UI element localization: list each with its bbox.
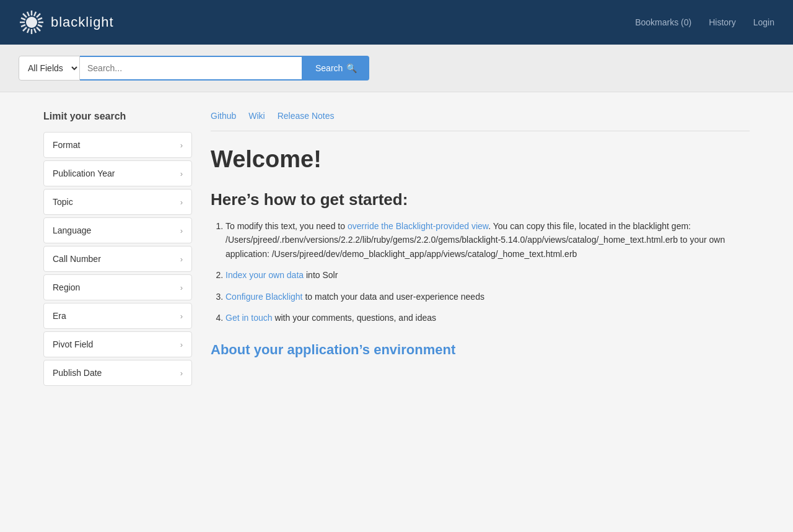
instructions-list: To modify this text, you need to overrid… bbox=[211, 219, 750, 325]
svg-line-15 bbox=[34, 12, 36, 16]
welcome-title: Welcome! bbox=[211, 146, 750, 173]
svg-line-9 bbox=[21, 18, 25, 20]
search-icon: 🔍 bbox=[346, 63, 357, 73]
chevron-right-icon: › bbox=[180, 340, 183, 349]
chevron-right-icon: › bbox=[180, 198, 183, 207]
content-links: GithubWikiRelease Notes bbox=[211, 111, 750, 121]
svg-line-16 bbox=[27, 28, 29, 33]
facet-label: Topic bbox=[53, 197, 73, 207]
svg-line-5 bbox=[23, 14, 27, 17]
content-divider bbox=[211, 131, 750, 131]
chevron-right-icon: › bbox=[180, 368, 183, 378]
svg-line-10 bbox=[38, 25, 42, 27]
content-link[interactable]: Github bbox=[211, 111, 236, 121]
facet-item[interactable]: Pivot Field› bbox=[43, 331, 192, 357]
svg-line-6 bbox=[37, 27, 40, 31]
content-link[interactable]: Release Notes bbox=[278, 111, 335, 121]
sidebar: Limit your search Format›Publication Yea… bbox=[43, 111, 192, 386]
facet-item[interactable]: Topic› bbox=[43, 189, 192, 215]
svg-line-7 bbox=[37, 14, 40, 17]
svg-line-12 bbox=[34, 28, 36, 33]
instruction-link[interactable]: Configure Blacklight bbox=[226, 292, 303, 302]
chevron-right-icon: › bbox=[180, 169, 183, 178]
facet-item[interactable]: Call Number› bbox=[43, 246, 192, 272]
facet-item[interactable]: Publish Date› bbox=[43, 360, 192, 386]
svg-line-14 bbox=[21, 25, 25, 27]
instruction-item: To modify this text, you need to overrid… bbox=[226, 219, 750, 261]
facet-item[interactable]: Publication Year› bbox=[43, 160, 192, 186]
sidebar-title: Limit your search bbox=[43, 111, 192, 122]
chevron-right-icon: › bbox=[180, 255, 183, 264]
chevron-right-icon: › bbox=[180, 226, 183, 235]
logo-text: blacklight bbox=[51, 14, 114, 30]
content-area: GithubWikiRelease Notes Welcome! Here’s … bbox=[211, 111, 750, 386]
history-link[interactable]: History bbox=[709, 17, 736, 27]
search-bar-area: All Fields Title Author Subject ISBN Sea… bbox=[0, 45, 793, 92]
about-title: About your application’s environment bbox=[211, 342, 750, 358]
svg-line-8 bbox=[23, 27, 27, 31]
search-input[interactable] bbox=[80, 56, 303, 81]
svg-line-13 bbox=[38, 18, 42, 20]
facet-label: Region bbox=[53, 282, 80, 292]
facet-label: Format bbox=[53, 140, 80, 150]
content-link[interactable]: Wiki bbox=[248, 111, 265, 121]
chevron-right-icon: › bbox=[180, 312, 183, 321]
main-container: Limit your search Format›Publication Yea… bbox=[25, 92, 768, 404]
facet-label: Language bbox=[53, 225, 91, 235]
facet-item[interactable]: Language› bbox=[43, 217, 192, 243]
facet-item[interactable]: Region› bbox=[43, 274, 192, 300]
facet-list: Format›Publication Year›Topic›Language›C… bbox=[43, 132, 192, 386]
search-field-select[interactable]: All Fields Title Author Subject ISBN bbox=[19, 56, 80, 81]
chevron-right-icon: › bbox=[180, 283, 183, 292]
instruction-item: Index your own data into Solr bbox=[226, 268, 750, 282]
logo-icon bbox=[19, 9, 45, 35]
get-started-title: Here’s how to get started: bbox=[211, 190, 750, 209]
header-nav: Bookmarks (0) History Login bbox=[635, 17, 774, 27]
facet-label: Era bbox=[53, 311, 66, 321]
search-button-label: Search bbox=[315, 63, 343, 73]
search-button[interactable]: Search 🔍 bbox=[303, 56, 369, 81]
facet-item[interactable]: Format› bbox=[43, 132, 192, 158]
instruction-link[interactable]: Get in touch bbox=[226, 313, 273, 323]
header: blacklight Bookmarks (0) History Login bbox=[0, 0, 793, 45]
facet-label: Publication Year bbox=[53, 168, 115, 178]
chevron-right-icon: › bbox=[180, 141, 183, 150]
facet-label: Pivot Field bbox=[53, 339, 93, 349]
login-link[interactable]: Login bbox=[753, 17, 774, 27]
facet-item[interactable]: Era› bbox=[43, 303, 192, 329]
bookmarks-link[interactable]: Bookmarks (0) bbox=[635, 17, 691, 27]
instruction-item: Configure Blacklight to match your data … bbox=[226, 290, 750, 303]
instruction-item: Get in touch with your comments, questio… bbox=[226, 311, 750, 325]
facet-label: Publish Date bbox=[53, 368, 102, 378]
instruction-link[interactable]: override the Blacklight-provided view bbox=[348, 221, 488, 231]
svg-line-11 bbox=[27, 12, 29, 16]
instruction-link[interactable]: Index your own data bbox=[226, 270, 304, 280]
svg-point-0 bbox=[26, 17, 37, 28]
facet-label: Call Number bbox=[53, 254, 101, 264]
logo[interactable]: blacklight bbox=[19, 9, 114, 35]
